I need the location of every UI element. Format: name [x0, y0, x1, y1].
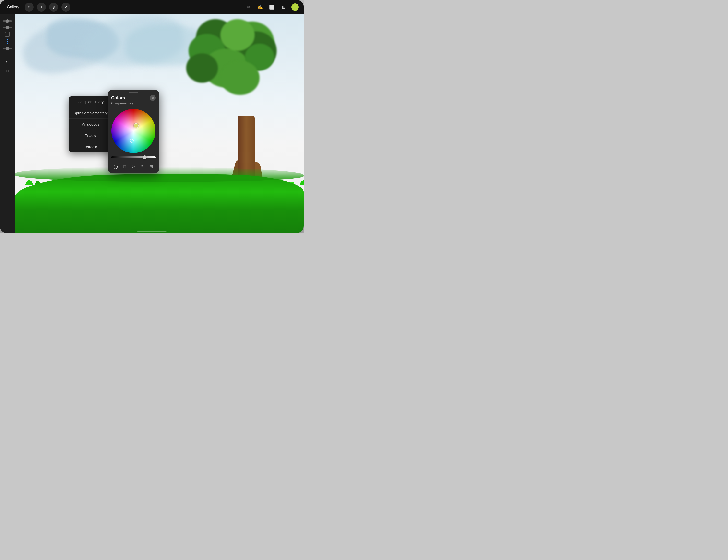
opacity-slider[interactable] [3, 27, 12, 28]
eraser-tool-button[interactable]: ⬜ [268, 3, 276, 11]
second-slider-container [3, 48, 12, 49]
brightness-thumb[interactable] [143, 156, 147, 159]
panel-subtitle[interactable]: Complementary [108, 101, 159, 107]
panel-close-button[interactable]: × [150, 95, 156, 101]
left-sidebar: ↩ ⊟ [0, 14, 15, 233]
magic-wand-button[interactable]: ✦ [37, 3, 46, 12]
wrench-button[interactable]: ⚙ [25, 3, 34, 12]
color-wheel[interactable] [111, 109, 155, 153]
handle-bar [129, 92, 138, 93]
smudge-icon: ✍ [257, 4, 263, 10]
panel-header: Colors × [108, 94, 159, 101]
colors-panel: Colors × Complementary ◯ ◻ ⊳ ≡ ⊞ [108, 90, 159, 173]
home-indicator [137, 231, 167, 232]
color-cursor-secondary[interactable] [130, 139, 134, 143]
transform-icon: ↗ [64, 5, 67, 9]
dropdown-item-complementary[interactable]: Complementary [69, 96, 113, 108]
pen-icon: ✏ [247, 4, 250, 10]
wrench-icon: ⚙ [27, 5, 31, 9]
dropdown-item-analogous[interactable]: Analogous [69, 119, 113, 130]
sidebar-extra-icon: ⊟ [4, 68, 10, 74]
smudge-tool-button[interactable]: ✍ [256, 3, 264, 11]
top-bar-right: ✏ ✍ ⬜ ⊞ [244, 3, 299, 11]
top-bar: Gallery ⚙ ✦ S ↗ ✏ ✍ ⬜ [0, 0, 304, 14]
color-cursor-primary[interactable] [134, 123, 139, 128]
dropdown-item-tetradic[interactable]: Tetradic [69, 141, 113, 152]
canvas-area: Complementary Split Complementary Analog… [15, 14, 304, 233]
dot-2 [7, 41, 8, 42]
gallery-button[interactable]: Gallery [5, 4, 21, 10]
color-wheel-container [108, 107, 159, 155]
brightness-slider-container [108, 155, 159, 161]
second-slider[interactable] [3, 48, 12, 49]
selection-button[interactable]: S [49, 3, 58, 12]
brush-size-slider[interactable] [3, 20, 12, 22]
tree-foliage [181, 19, 279, 105]
dropdown-item-split-complementary[interactable]: Split Complementary [69, 108, 113, 119]
foliage-blob-10 [220, 61, 260, 95]
layers-icon: ⊞ [282, 4, 286, 10]
foliage-blob-9 [186, 53, 218, 83]
brush-size-slider-container [3, 20, 12, 22]
modifier-checkbox[interactable] [5, 32, 10, 37]
undo-button[interactable]: ↩ [4, 58, 11, 65]
tab-square[interactable]: ◻ [121, 163, 128, 170]
top-bar-left: Gallery ⚙ ✦ S ↗ [5, 3, 70, 12]
dropdown-item-triadic[interactable]: Triadic [69, 130, 113, 141]
tab-sliders[interactable]: ⊳ [130, 163, 137, 170]
tab-disc[interactable]: ◯ [112, 163, 119, 170]
foliage-blob-7 [220, 19, 255, 51]
ipad-device: Gallery ⚙ ✦ S ↗ ✏ ✍ ⬜ [0, 0, 304, 233]
dot-1 [7, 39, 8, 40]
pen-tool-button[interactable]: ✏ [244, 3, 252, 11]
layers-button[interactable]: ⊞ [280, 3, 287, 11]
panel-title: Colors [111, 96, 125, 101]
panel-tabs: ◯ ◻ ⊳ ≡ ⊞ [108, 161, 159, 173]
brightness-slider[interactable] [111, 156, 156, 158]
panel-drag-handle[interactable] [108, 90, 159, 94]
tab-values[interactable]: ≡ [139, 163, 146, 170]
eraser-icon: ⬜ [269, 4, 274, 10]
tab-palette[interactable]: ⊞ [148, 163, 155, 170]
transform-button[interactable]: ↗ [61, 3, 70, 12]
sidebar-dots [7, 39, 8, 44]
magic-wand-icon: ✦ [40, 5, 43, 9]
dot-3 [7, 43, 8, 44]
color-swatch[interactable] [291, 3, 299, 11]
harmony-dropdown: Complementary Split Complementary Analog… [69, 96, 113, 152]
selection-icon: S [52, 5, 55, 9]
opacity-slider-container [3, 27, 12, 28]
grass [15, 174, 304, 233]
